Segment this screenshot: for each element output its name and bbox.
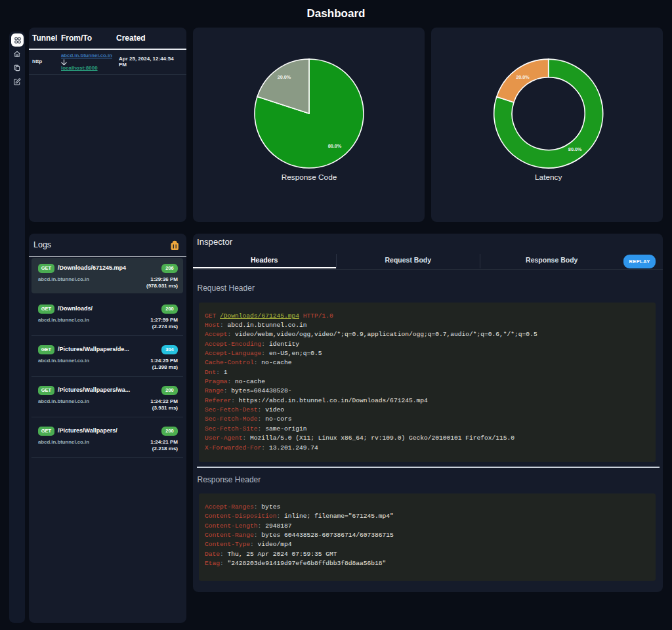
svg-text:20.0%: 20.0% (277, 74, 291, 79)
svg-text:20.0%: 20.0% (516, 74, 530, 79)
svg-text:Response Code: Response Code (281, 172, 337, 181)
svg-text:80.0%: 80.0% (327, 143, 341, 149)
svg-text:Latency: Latency (535, 172, 562, 181)
svg-text:80.0%: 80.0% (568, 146, 581, 152)
